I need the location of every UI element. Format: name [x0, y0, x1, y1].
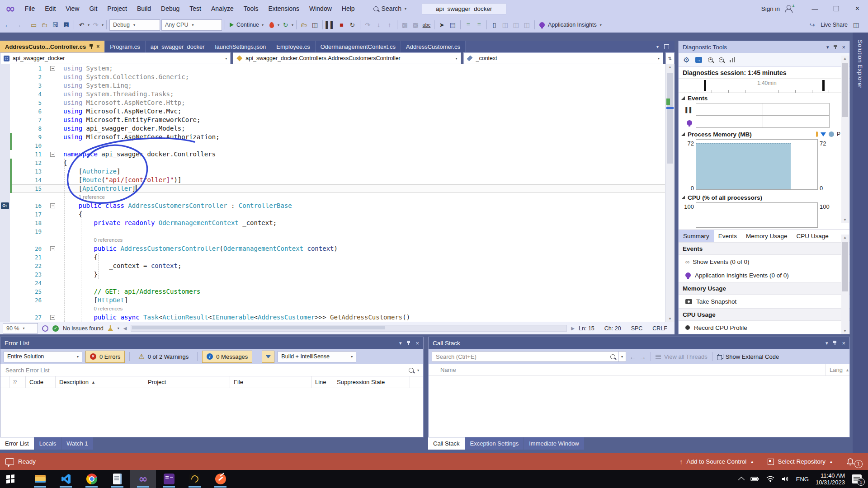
code-text[interactable]: public async Task<ActionResult<IEnumerab… — [58, 313, 410, 322]
menu-git[interactable]: Git — [84, 0, 102, 17]
indicator-margin[interactable] — [0, 176, 10, 184]
column-file[interactable]: File — [230, 376, 311, 388]
pin-icon[interactable] — [833, 45, 837, 49]
restart-icon[interactable]: ↻ — [281, 19, 290, 30]
menu-edit[interactable]: Edit — [40, 0, 61, 17]
quick-search[interactable]: Search ▾ — [373, 5, 406, 12]
step-over-icon[interactable]: ↷ — [363, 19, 373, 30]
events-track[interactable] — [696, 103, 830, 115]
fold-collapse-icon[interactable]: − — [50, 203, 55, 208]
call-stack-title[interactable]: Call Stack ▾ × — [429, 337, 849, 349]
indicator-margin[interactable] — [0, 73, 10, 81]
diagnostics-tab-cpu-usage[interactable]: CPU Usage — [792, 230, 833, 242]
indicator-margin[interactable] — [0, 81, 10, 90]
code-line-2[interactable]: 2using System.Collections.Generic; — [0, 73, 675, 81]
editor-horizontal-scrollbar[interactable] — [131, 325, 567, 332]
settings-gear-icon[interactable]: ⚙ — [683, 56, 689, 64]
account-icon[interactable]: + — [784, 5, 793, 13]
float-tab-icon[interactable] — [664, 44, 669, 49]
indicator-margin[interactable] — [0, 184, 10, 193]
record-cpu-link[interactable]: Record CPU Profile — [679, 321, 849, 334]
take-snapshot-link[interactable]: Take Snapshot — [679, 295, 849, 308]
error-list-search-input[interactable] — [5, 366, 405, 374]
menu-window[interactable]: Window — [304, 0, 337, 17]
search-icon[interactable] — [409, 368, 414, 373]
events-section-header[interactable]: Events — [679, 93, 849, 103]
clock[interactable]: 11:40 AM 10/31/2023 — [816, 472, 845, 486]
add-to-source-control-button[interactable]: ↑ Add to Source Control ▲ — [679, 458, 754, 465]
code-line-3[interactable]: 3using System.Linq; — [0, 81, 675, 90]
panel-tab-call-stack[interactable]: Call Stack — [428, 437, 465, 450]
insights-track[interactable] — [696, 115, 830, 128]
code-text[interactable]: using Microsoft.EntityFrameworkCore; — [58, 116, 200, 124]
indicator-margin[interactable] — [0, 305, 10, 313]
column-suppression[interactable]: Suppression State — [333, 376, 410, 388]
code-text[interactable]: public AddressCustomersController(Oderma… — [58, 244, 338, 253]
error-list-body[interactable] — [0, 388, 423, 438]
navigate-forward-icon[interactable]: → — [14, 19, 23, 30]
code-text[interactable]: using System.Collections.Generic; — [58, 73, 189, 81]
codelens-row[interactable]: 0 references — [0, 236, 675, 244]
window-position-icon[interactable]: ▾ — [826, 340, 828, 346]
menu-project[interactable]: Project — [102, 0, 132, 17]
codelens-label[interactable]: 0 references — [58, 236, 123, 244]
doc-tab-api-swagger-docker[interactable]: api_swagger_docker — [146, 41, 210, 52]
scroll-down-icon[interactable]: ▼ — [665, 317, 675, 321]
action-center-button[interactable]: 1 — [852, 474, 862, 483]
pin-icon[interactable] — [406, 341, 410, 345]
summary-scrollbar[interactable]: ▲ ▼ — [841, 235, 849, 334]
doc-tab-launchsettings-json[interactable]: launchSettings.json — [210, 41, 272, 52]
code-text[interactable] — [58, 279, 63, 287]
code-line-14[interactable]: 14 [Route("api/[controller]")] — [0, 176, 675, 184]
pin-icon[interactable] — [833, 341, 837, 345]
indicator-margin[interactable] — [0, 124, 10, 133]
indicator-margin[interactable] — [0, 90, 10, 99]
member-dropdown[interactable]: _context ▾ — [463, 52, 663, 64]
fold-collapse-icon[interactable]: − — [50, 152, 55, 157]
code-line-16[interactable]: O↑16− public class AddressCustomersContr… — [0, 202, 675, 210]
code-text[interactable]: [Authorize] — [58, 167, 120, 176]
error-list-title[interactable]: Error List ▾ × — [0, 337, 423, 349]
code-text[interactable]: using Microsoft.AspNetCore.Http; — [58, 99, 185, 107]
column-description[interactable]: Description▲ — [56, 376, 144, 388]
diagnostics-timeline[interactable]: 1:40min — [679, 79, 849, 93]
indicator-margin[interactable] — [0, 167, 10, 176]
indicator-margin[interactable] — [0, 116, 10, 124]
tab-list-icon[interactable]: ▾ — [656, 44, 659, 49]
menu-build[interactable]: Build — [132, 0, 156, 17]
code-text[interactable]: [ApiController] — [58, 184, 137, 193]
doc-tab-addresscusto-controller-cs[interactable]: AddressCusto...Controller.cs× — [0, 41, 105, 52]
indicator-margin[interactable] — [0, 219, 10, 227]
code-line-27[interactable]: 27− public async Task<ActionResult<IEnum… — [0, 313, 675, 322]
code-text[interactable] — [58, 141, 63, 150]
code-line-20[interactable]: 20− public AddressCustomersController(Od… — [0, 244, 675, 253]
close-icon[interactable]: × — [842, 340, 845, 347]
column-line[interactable]: Line — [311, 376, 333, 388]
scroll-up-icon[interactable]: ▲ — [665, 65, 675, 69]
maximize-button[interactable] — [826, 0, 847, 17]
undo-dropdown[interactable]: ▾ — [88, 23, 90, 27]
ide-extension-icon[interactable] — [42, 325, 48, 332]
close-icon[interactable]: × — [842, 44, 845, 51]
break-all-icon[interactable]: ▌▌ — [326, 19, 335, 30]
health-status-label[interactable]: No issues found — [63, 325, 104, 332]
code-line-9[interactable]: 9using Microsoft.AspNetCore.Authorizatio… — [0, 133, 675, 141]
save-all-icon[interactable]: 🖪 — [61, 19, 71, 30]
navigate-back-icon[interactable]: ← — [3, 19, 12, 30]
scroll-left-icon[interactable]: ◀ — [123, 326, 127, 331]
start-button[interactable] — [0, 470, 21, 488]
code-line-21[interactable]: 21 { — [0, 253, 675, 262]
redo-dropdown[interactable]: ▾ — [102, 23, 104, 27]
browse-icon[interactable]: 🗁 — [299, 19, 309, 30]
indicator-margin[interactable] — [0, 287, 10, 296]
code-line-1[interactable]: 1−using System; — [0, 64, 675, 73]
file-explorer-taskbar-button[interactable] — [27, 470, 53, 488]
panel-tab-immediate-window[interactable]: Immediate Window — [524, 437, 584, 450]
doc-tab-employee-cs[interactable]: Employee.cs — [271, 41, 315, 52]
call-stack-body[interactable] — [429, 376, 849, 427]
search-dropdown-icon[interactable]: ▾ — [417, 368, 419, 372]
feedback-icon[interactable] — [5, 458, 14, 465]
diagnostics-chart-icon[interactable]: ▩ — [400, 19, 410, 30]
window-3-icon[interactable]: ◫ — [522, 19, 532, 30]
zoom-in-icon[interactable]: + — [708, 57, 713, 62]
